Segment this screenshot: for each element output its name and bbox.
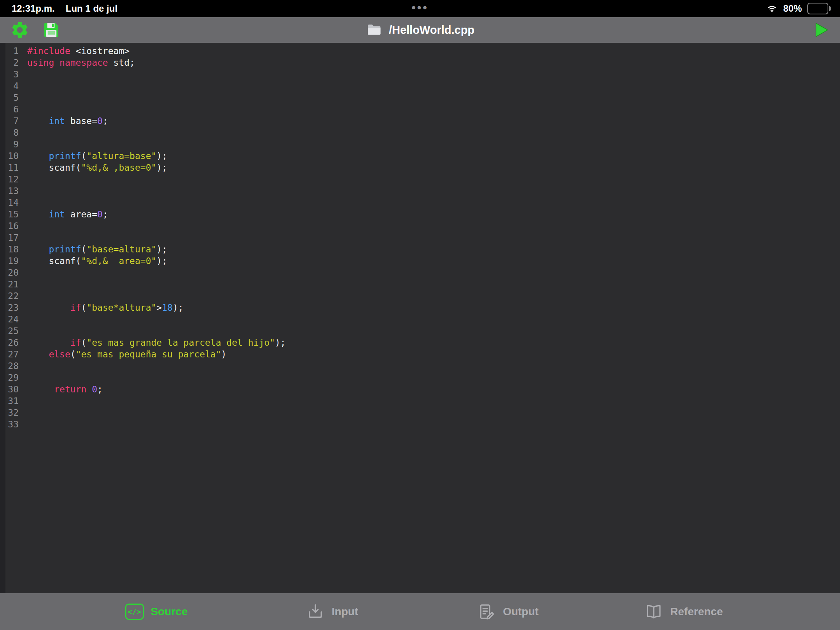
code-line[interactable]: 8 — [0, 127, 840, 138]
status-bar: 12:31p.m. Lun 1 de jul ••• 80% — [0, 0, 840, 17]
code-line[interactable]: 12 — [0, 173, 840, 185]
code-line[interactable]: 22 — [0, 290, 840, 302]
code-line[interactable]: 17 — [0, 232, 840, 243]
tab-input-label: Input — [332, 606, 358, 618]
code-line[interactable]: 11 scanf("%d,& ,base=0"); — [0, 162, 840, 173]
open-book-icon — [644, 602, 663, 621]
code-lines: 1#include <iostream>2using namespace std… — [0, 45, 840, 430]
code-line[interactable]: 15 int area=0; — [0, 208, 840, 220]
code-text: if("es mas grande la parcela del hijo"); — [27, 337, 286, 348]
tab-reference-label: Reference — [670, 606, 723, 618]
code-line[interactable]: 10 printf("altura=base"); — [0, 150, 840, 162]
code-line[interactable]: 28 — [0, 360, 840, 372]
code-line[interactable]: 30 return 0; — [0, 383, 840, 395]
status-right: 80% — [766, 3, 828, 14]
code-line[interactable]: 29 — [0, 372, 840, 383]
code-text: int base=0; — [27, 115, 108, 127]
tab-input[interactable]: Input — [244, 602, 420, 621]
status-left: 12:31p.m. Lun 1 de jul — [12, 3, 117, 14]
code-line[interactable]: 13 — [0, 185, 840, 197]
folder-icon — [366, 22, 383, 38]
tab-source[interactable]: </> Source — [68, 604, 244, 620]
code-line[interactable]: 32 — [0, 407, 840, 418]
code-text: scanf("%d,& ,base=0"); — [27, 162, 167, 173]
gear-icon — [10, 20, 30, 40]
code-line[interactable]: 26 if("es mas grande la parcela del hijo… — [0, 337, 840, 348]
code-line[interactable]: 9 — [0, 138, 840, 150]
code-line[interactable]: 4 — [0, 80, 840, 92]
editor-edge — [0, 43, 5, 593]
save-floppy-icon — [42, 21, 61, 39]
code-text: scanf("%d,& area=0"); — [27, 255, 167, 267]
run-button[interactable] — [812, 21, 830, 39]
code-line[interactable]: 3 — [0, 68, 840, 80]
file-name: /HelloWorld.cpp — [389, 24, 474, 37]
code-text: if("base*altura">18); — [27, 302, 184, 313]
tab-output-label: Output — [503, 606, 539, 618]
status-date: Lun 1 de jul — [66, 3, 117, 14]
code-line[interactable]: 7 int base=0; — [0, 115, 840, 127]
code-line[interactable]: 14 — [0, 197, 840, 208]
code-line[interactable]: 5 — [0, 92, 840, 103]
tab-reference[interactable]: Reference — [596, 602, 772, 621]
tab-source-label: Source — [151, 606, 188, 618]
settings-button[interactable] — [10, 20, 30, 40]
code-line[interactable]: 6 — [0, 103, 840, 115]
code-line[interactable]: 18 printf("base=altura"); — [0, 243, 840, 255]
tab-output[interactable]: Output — [420, 602, 596, 621]
bottom-tab-bar: </> Source Input Output — [0, 593, 840, 630]
code-line[interactable]: 21 — [0, 278, 840, 290]
code-line[interactable]: 24 — [0, 313, 840, 325]
code-line[interactable]: 19 scanf("%d,& area=0"); — [0, 255, 840, 267]
document-pencil-icon — [477, 602, 496, 621]
code-line[interactable]: 2using namespace std; — [0, 57, 840, 68]
code-brackets-icon: </> — [125, 604, 144, 620]
code-text: return 0; — [27, 383, 103, 395]
app-screen: 12:31p.m. Lun 1 de jul ••• 80% — [0, 0, 840, 630]
battery-percent: 80% — [783, 3, 802, 14]
code-line[interactable]: 20 — [0, 267, 840, 278]
code-text: int area=0; — [27, 208, 108, 220]
save-button[interactable] — [42, 21, 61, 39]
run-play-icon — [812, 21, 830, 39]
multitasking-indicator[interactable]: ••• — [411, 1, 429, 14]
code-line[interactable]: 16 — [0, 220, 840, 232]
code-text: using namespace std; — [27, 57, 135, 68]
battery-icon — [807, 3, 828, 14]
code-line[interactable]: 23 if("base*altura">18); — [0, 302, 840, 313]
code-text: #include <iostream> — [27, 45, 130, 57]
code-line[interactable]: 33 — [0, 418, 840, 430]
code-line[interactable]: 25 — [0, 325, 840, 337]
download-tray-icon — [306, 602, 325, 621]
code-editor[interactable]: 1#include <iostream>2using namespace std… — [0, 43, 840, 593]
clock: 12:31p.m. — [12, 3, 55, 14]
file-title[interactable]: /HelloWorld.cpp — [366, 22, 474, 38]
code-line[interactable]: 27 else("es mas pequeña su parcela") — [0, 348, 840, 360]
wifi-icon — [766, 4, 778, 14]
code-text: printf("base=altura"); — [27, 243, 167, 255]
toolbar: /HelloWorld.cpp — [0, 17, 840, 43]
code-line[interactable]: 1#include <iostream> — [0, 45, 840, 57]
code-text: else("es mas pequeña su parcela") — [27, 348, 226, 360]
code-text: printf("altura=base"); — [27, 150, 167, 162]
code-line[interactable]: 31 — [0, 395, 840, 407]
